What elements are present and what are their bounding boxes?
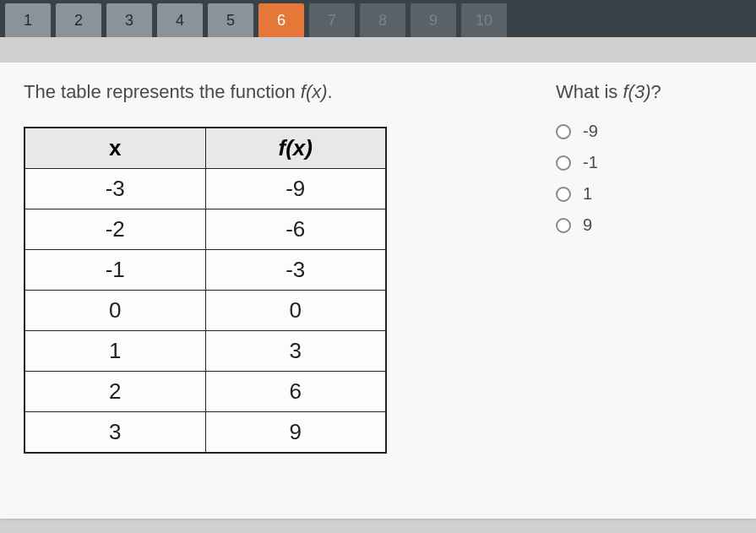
cell-x: 3 xyxy=(24,412,205,454)
nav-tab-1[interactable]: 1 xyxy=(5,3,51,37)
cell-fx: 3 xyxy=(205,331,386,372)
nav-tab-9: 9 xyxy=(411,3,456,37)
cell-x: -3 xyxy=(24,169,205,209)
question-nav-bar: 1 2 3 4 5 6 7 8 9 10 xyxy=(0,0,756,37)
cell-fx: 6 xyxy=(205,372,386,412)
table-header-fx: f(x) xyxy=(205,128,386,169)
answer-label: 9 xyxy=(583,215,592,235)
answer-option-4[interactable]: 9 xyxy=(556,215,661,235)
nav-tab-5[interactable]: 5 xyxy=(208,3,253,37)
content-wrapper: The table represents the function f(x). … xyxy=(0,37,756,533)
prompt-prefix: The table represents the function xyxy=(24,81,301,102)
function-table: x f(x) -3 -9 -2 -6 -1 -3 xyxy=(24,127,387,454)
answer-label: 1 xyxy=(583,184,592,204)
cell-x: 0 xyxy=(24,291,205,331)
cell-x: -1 xyxy=(24,250,205,291)
cell-fx: -6 xyxy=(205,209,386,250)
cell-fx: 9 xyxy=(205,412,386,454)
answer-suffix: ? xyxy=(650,81,661,102)
cell-fx: -3 xyxy=(205,250,386,291)
table-row: 0 0 xyxy=(24,291,386,331)
answer-option-3[interactable]: 1 xyxy=(556,184,661,204)
prompt-fx: f(x) xyxy=(301,81,328,102)
cell-fx: -9 xyxy=(205,169,386,209)
answer-option-1[interactable]: -9 xyxy=(556,122,661,141)
nav-tab-8: 8 xyxy=(360,3,405,37)
radio-icon xyxy=(556,187,571,202)
table-row: -3 -9 xyxy=(24,169,386,209)
nav-tab-4[interactable]: 4 xyxy=(157,3,203,37)
radio-icon xyxy=(556,155,571,171)
cell-x: 2 xyxy=(24,372,205,412)
radio-icon xyxy=(556,124,571,139)
nav-tab-6[interactable]: 6 xyxy=(258,3,304,37)
nav-tab-10: 10 xyxy=(461,3,507,37)
answer-label: -9 xyxy=(583,122,598,141)
answer-prefix: What is xyxy=(556,81,623,102)
answer-prompt: What is f(3)? xyxy=(556,81,661,103)
table-row: 2 6 xyxy=(24,372,386,412)
cell-fx: 0 xyxy=(205,291,386,331)
prompt-suffix: . xyxy=(328,81,333,102)
table-header-x: x xyxy=(24,128,205,169)
question-prompt: The table represents the function f(x). xyxy=(24,81,387,103)
table-row: -1 -3 xyxy=(24,250,386,291)
answer-label: -1 xyxy=(583,153,598,172)
cell-x: 1 xyxy=(24,331,205,372)
table-row: 3 9 xyxy=(24,412,386,454)
cell-x: -2 xyxy=(24,209,205,250)
answer-fx: f(3) xyxy=(623,81,650,102)
answer-options: -9 -1 1 9 xyxy=(556,122,661,235)
table-row: -2 -6 xyxy=(24,209,386,250)
nav-tab-7: 7 xyxy=(309,3,355,37)
answer-option-2[interactable]: -1 xyxy=(556,153,661,172)
radio-icon xyxy=(556,218,571,233)
nav-tab-3[interactable]: 3 xyxy=(106,3,152,37)
table-row: 1 3 xyxy=(24,331,386,372)
question-right: What is f(3)? -9 -1 1 9 xyxy=(556,81,661,500)
question-card: The table represents the function f(x). … xyxy=(0,63,756,519)
question-left: The table represents the function f(x). … xyxy=(24,81,387,500)
nav-tab-2[interactable]: 2 xyxy=(56,3,101,37)
